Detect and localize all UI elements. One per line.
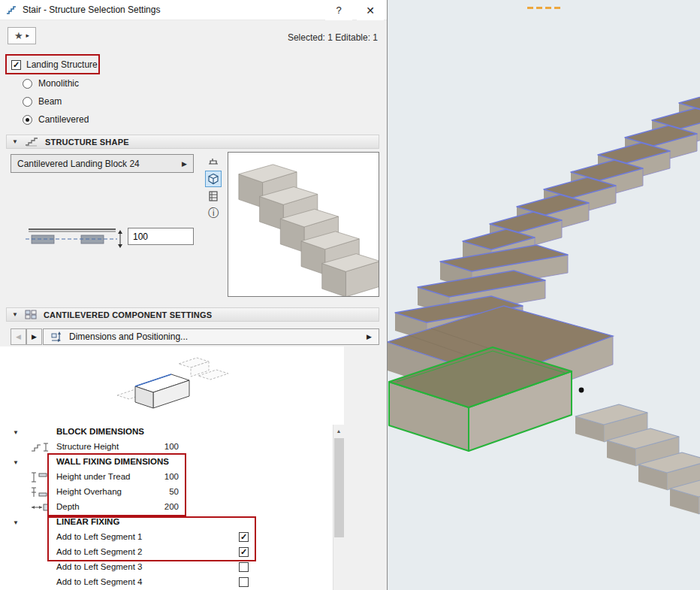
3d-view-button[interactable] [205,171,222,187]
group-row-wall-fixing[interactable]: ▼ WALL FIXING DIMENSIONS [0,455,333,470]
structure-height-input[interactable] [128,228,194,245]
title-bar: Stair - Structure Selection Settings ? ✕ [0,0,387,20]
group-row-block-dimensions[interactable]: ▼ BLOCK DIMENSIONS [0,425,333,440]
height-diagram [26,223,125,250]
segment-2-checkbox[interactable]: ✓ [239,547,249,557]
dropdown-value: Cantilevered Landing Block 24 [17,159,140,169]
height-overhang-icon [30,486,50,498]
group-triangle-icon[interactable]: ▼ [13,459,19,466]
group-row-linear-fixing[interactable]: ▼ LINEAR FIXING [0,515,333,530]
schedule-view-button[interactable] [205,188,222,204]
3d-cube-icon [207,173,219,185]
param-row-segment-4[interactable]: Add to Left Segment 4 [0,575,333,590]
back-arrow-icon: ◀ [16,333,21,340]
group-label: WALL FIXING DIMENSIONS [56,457,169,466]
param-row-height-overhang[interactable]: Height Overhang 50 [0,485,333,500]
landing-block-diagram [113,353,237,422]
nav-button-label: Dimensions and Positioning... [69,331,188,342]
param-value[interactable]: 100 [143,442,179,451]
stair-3d-model [388,0,700,590]
nav-more-arrow-icon: ▶ [367,333,372,340]
checkbox-box[interactable]: ✓ [11,60,21,70]
nav-forward-button[interactable]: ▶ [26,328,42,345]
structure-shape-header[interactable]: ▼ STRUCTURE SHAPE [6,135,379,149]
component-settings-header[interactable]: ▼ CANTILEVERED COMPONENT SETTINGS [6,307,379,322]
forward-arrow-icon: ▶ [32,333,37,340]
param-label: Height Overhang [56,487,122,496]
marquee-dashes-icon [527,7,560,9]
stair-app-icon [5,4,17,16]
radio-monolithic[interactable]: Monolithic [23,78,79,89]
structure-shape-icon [25,138,38,147]
nav-back-button[interactable]: ◀ [11,328,26,345]
table-scrollbar[interactable]: ▲ [333,425,344,590]
structure-height-icon [30,441,50,453]
structure-shape-title: STRUCTURE SHAPE [45,138,129,147]
param-row-segment-3[interactable]: Add to Left Segment 3 [0,560,333,575]
landing-structure-checkbox[interactable]: ✓ Landing Structure [11,59,98,70]
param-label: Add to Left Segment 1 [56,532,142,541]
param-value[interactable]: 50 [143,487,179,496]
segment-3-checkbox[interactable] [239,562,249,572]
radio-cantilevered[interactable]: Cantilevered [23,114,89,125]
segment-1-checkbox[interactable]: ✓ [239,532,249,542]
landing-structure-label: Landing Structure [26,59,98,70]
stair-settings-dialog: Stair - Structure Selection Settings ? ✕… [0,0,388,590]
param-label: Add to Left Segment 2 [56,547,142,556]
collapse-triangle-icon[interactable]: ▼ [12,139,18,145]
param-row-height-under-tread[interactable]: Height under Tread 100 [0,470,333,485]
param-value[interactable]: 200 [143,502,179,511]
scrollbar-thumb[interactable] [334,438,344,537]
dialog-title: Stair - Structure Selection Settings [23,5,160,15]
star-icon: ★ [14,31,23,41]
param-label: Structure Height [56,442,119,451]
preview-stair-render [228,153,379,296]
component-grid-icon [25,310,37,319]
param-value[interactable]: 100 [143,472,179,481]
landing-block-dropdown[interactable]: Cantilevered Landing Block 24 ▶ [11,154,194,173]
collapse-triangle-icon[interactable]: ▼ [12,312,18,318]
param-row-depth[interactable]: Depth 200 [0,500,333,515]
component-settings-title: CANTILEVERED COMPONENT SETTINGS [44,310,212,319]
plan-view-button[interactable] [205,153,222,170]
dimensions-positioning-button[interactable]: Dimensions and Positioning... ▶ [43,328,379,345]
scroll-up-icon[interactable]: ▲ [333,425,344,437]
segment-4-checkbox[interactable] [239,577,249,587]
group-triangle-icon[interactable]: ▼ [13,519,19,526]
dropdown-arrow-icon: ▶ [182,160,187,168]
radio-cantilevered-label: Cantilevered [38,114,89,125]
param-row-segment-2[interactable]: Add to Left Segment 2 ✓ [0,545,333,560]
radio-circle[interactable] [23,79,32,89]
radio-monolithic-label: Monolithic [38,78,79,89]
depth-icon [30,501,50,513]
hotspot-dot [579,388,584,393]
radio-beam-label: Beam [38,96,62,107]
param-row-segment-1[interactable]: Add to Left Segment 1 ✓ [0,530,333,545]
flyout-arrow-icon: ▸ [26,32,30,39]
group-triangle-icon[interactable]: ▼ [13,429,19,436]
help-button[interactable]: ? [325,0,352,20]
param-label: Depth [56,502,80,511]
param-label: Height under Tread [56,472,130,481]
height-under-tread-icon [30,471,50,483]
info-button[interactable]: ⓘ [205,205,222,222]
positioning-icon [50,331,62,342]
group-label: BLOCK DIMENSIONS [56,427,144,436]
plan-view-icon [207,156,219,168]
component-parameters-table: ▼ BLOCK DIMENSIONS Structure Height 100 … [0,425,333,590]
selection-status: Selected: 1 Editable: 1 [288,32,378,43]
info-icon: ⓘ [208,207,219,220]
param-label: Add to Left Segment 3 [56,562,142,571]
structure-preview [228,152,379,297]
close-icon[interactable]: ✕ [357,0,384,20]
radio-circle-selected[interactable] [23,115,32,125]
favorites-button[interactable]: ★ ▸ [8,27,36,44]
schedule-icon [207,190,219,202]
group-label: LINEAR FIXING [56,517,119,526]
param-row-structure-height[interactable]: Structure Height 100 [0,440,333,455]
3d-viewport[interactable] [388,0,700,590]
radio-circle[interactable] [23,97,32,107]
radio-beam[interactable]: Beam [23,96,62,107]
param-label: Add to Left Segment 4 [56,577,142,586]
